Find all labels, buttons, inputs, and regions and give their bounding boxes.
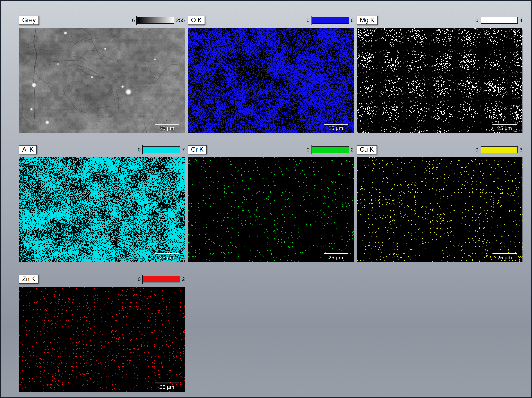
scalebar: 25 µm: [490, 253, 519, 261]
scalebar-line: [324, 253, 348, 254]
eds-map-report: Grey 6 255 25 µm O K 0 6: [0, 0, 532, 398]
panel-header: Al K 0 7: [19, 145, 185, 154]
panel-label-zn-k: Zn K: [19, 275, 38, 283]
panel-label-text: Cr K: [191, 146, 203, 153]
colorbar-min-value: 0: [307, 147, 310, 153]
panel-label-mg-k: Mg K: [357, 16, 378, 25]
panel-label-grey: Grey: [19, 16, 39, 25]
scalebar-label: 25 µm: [160, 384, 174, 390]
scalebar-label: 25 µm: [160, 125, 174, 131]
colorbar-group: 0 4: [475, 16, 522, 25]
colorbar-min-value: 0: [475, 17, 478, 23]
map-canvas-mg-k: [357, 28, 522, 133]
colorbar-zn-k: [143, 276, 180, 282]
panel-header: Mg K 0 4: [357, 16, 522, 25]
scalebar-line: [155, 383, 179, 383]
map-canvas-zn-k: [19, 287, 185, 392]
colorbar-max-value: 4: [519, 17, 522, 23]
colorbar-tick: [311, 145, 311, 154]
scalebar: 25 µm: [152, 124, 182, 131]
colorbar-tick: [480, 145, 480, 154]
panel-header: Cu K 0 3: [357, 145, 522, 154]
colorbar-mg-k: [481, 17, 518, 24]
colorbar-min-value: 0: [138, 276, 141, 282]
scalebar-line: [155, 253, 179, 254]
scalebar: 25 µm: [321, 124, 350, 131]
colorbar-min-value: 6: [132, 17, 135, 23]
scalebar-line: [155, 124, 179, 124]
map-panel-o-k: O K 0 6 25 µm: [188, 16, 354, 133]
panel-header: Grey 6 255: [19, 16, 185, 25]
scalebar-label: 25 µm: [497, 125, 512, 131]
scalebar: 25 µm: [490, 124, 519, 131]
panel-header: O K 0 6: [188, 16, 354, 25]
scalebar: 25 µm: [152, 383, 182, 390]
colorbar-max-value: 2: [351, 147, 354, 153]
map-grid: Grey 6 255 25 µm O K 0 6: [19, 16, 531, 392]
colorbar-group: 0 7: [138, 145, 185, 154]
colorbar-o-k: [312, 17, 349, 24]
scalebar-label: 25 µm: [160, 255, 174, 261]
colorbar-al-k: [143, 146, 180, 153]
panel-label-text: O K: [191, 16, 202, 24]
panel-label-text: Mg K: [360, 16, 374, 24]
colorbar-group: 0 2: [138, 275, 185, 284]
scalebar: 25 µm: [152, 253, 182, 261]
colorbar-min-value: 0: [307, 17, 310, 23]
colorbar-group: 0 2: [307, 145, 354, 154]
colorbar-max-value: 255: [176, 17, 185, 23]
map-area: 25 µm: [19, 28, 185, 133]
colorbar-cr-k: [312, 146, 349, 153]
colorbar-tick: [311, 16, 311, 25]
map-canvas-al-k: [19, 157, 185, 262]
map-panel-zn-k: Zn K 0 2 25 µm: [19, 274, 185, 392]
colorbar-max-value: 2: [182, 276, 185, 282]
map-panel-al-k: Al K 0 7 25 µm: [19, 145, 185, 262]
colorbar-tick: [142, 275, 143, 284]
map-area: 25 µm: [188, 157, 354, 262]
panel-label-cu-k: Cu K: [357, 145, 377, 154]
colorbar-min-value: 0: [475, 147, 478, 153]
map-area: 25 µm: [357, 157, 522, 262]
colorbar-group: 0 6: [307, 16, 354, 25]
panel-header: Zn K 0 2: [19, 274, 185, 284]
colorbar-tick: [136, 16, 137, 25]
map-canvas-cu-k: [357, 157, 522, 262]
colorbar-max-value: 6: [351, 17, 354, 23]
map-canvas-cr-k: [188, 157, 354, 262]
scalebar-line: [493, 253, 517, 254]
panel-header: Cr K 0 2: [188, 145, 354, 154]
scalebar-label: 25 µm: [497, 255, 512, 261]
panel-label-text: Grey: [22, 16, 36, 24]
scalebar-line: [324, 124, 348, 124]
colorbar-tick: [142, 145, 143, 154]
map-canvas-o-k: [188, 28, 354, 133]
map-area: 25 µm: [188, 28, 354, 133]
panel-label-text: Cu K: [360, 146, 374, 153]
map-area: 25 µm: [357, 28, 522, 133]
map-panel-grey: Grey 6 255 25 µm: [19, 16, 185, 133]
scalebar: 25 µm: [321, 253, 350, 261]
colorbar-max-value: 7: [182, 147, 185, 153]
map-panel-cu-k: Cu K 0 3 25 µm: [357, 145, 522, 262]
colorbar-cu-k: [481, 146, 518, 153]
map-canvas-grey: [19, 28, 185, 133]
panel-label-cr-k: Cr K: [188, 145, 207, 154]
panel-label-o-k: O K: [188, 16, 205, 25]
panel-label-text: Zn K: [22, 275, 35, 282]
map-panel-mg-k: Mg K 0 4 25 µm: [357, 16, 522, 133]
map-panel-cr-k: Cr K 0 2 25 µm: [188, 145, 354, 262]
scalebar-label: 25 µm: [329, 125, 343, 131]
colorbar-max-value: 3: [519, 147, 522, 153]
panel-label-al-k: Al K: [19, 145, 37, 154]
scalebar-label: 25 µm: [329, 255, 343, 261]
colorbar-grey: [137, 17, 174, 24]
colorbar-min-value: 0: [138, 147, 141, 153]
scalebar-line: [493, 124, 517, 124]
colorbar-group: 6 255: [132, 16, 185, 25]
map-area: 25 µm: [19, 157, 185, 262]
map-area: 25 µm: [19, 287, 185, 392]
colorbar-group: 0 3: [475, 145, 522, 154]
panel-label-text: Al K: [22, 146, 34, 153]
colorbar-tick: [480, 16, 480, 25]
